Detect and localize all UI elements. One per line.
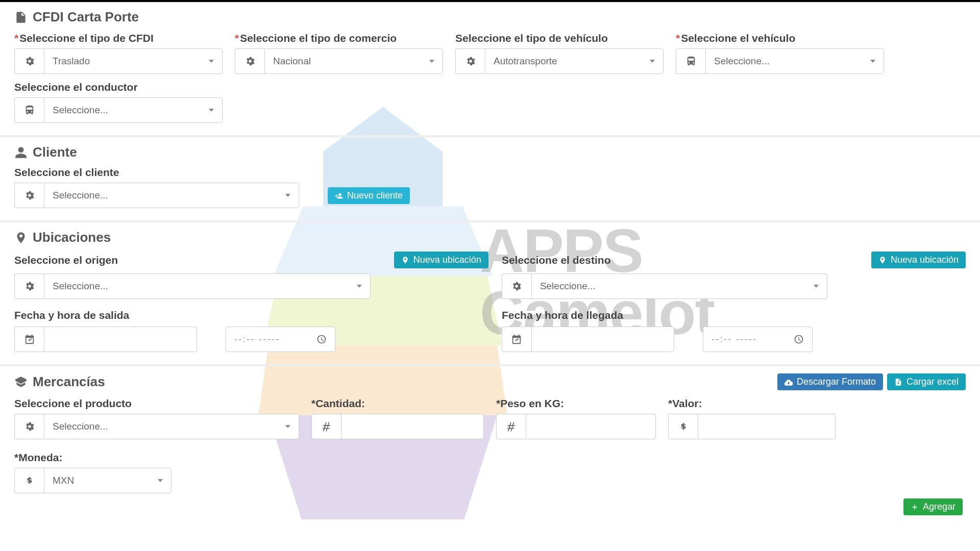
label-cantidad: *Cantidad: bbox=[311, 397, 365, 409]
label-tipo-comercio: Seleccione el tipo de comercio bbox=[240, 32, 397, 44]
chevron-down-icon bbox=[650, 60, 655, 63]
nuevo-cliente-button[interactable]: Nuevo cliente bbox=[328, 187, 410, 204]
chevron-down-icon bbox=[158, 479, 163, 482]
calendar-icon[interactable] bbox=[502, 327, 531, 352]
input-cantidad[interactable] bbox=[341, 414, 484, 439]
chevron-down-icon bbox=[209, 60, 214, 63]
select-vehiculo[interactable]: Seleccione... bbox=[705, 48, 884, 74]
gear-icon[interactable] bbox=[14, 273, 44, 299]
gear-icon[interactable] bbox=[502, 273, 531, 299]
label-peso: *Peso en KG: bbox=[496, 397, 564, 409]
gear-icon[interactable] bbox=[455, 48, 485, 74]
cliente-title: Cliente bbox=[33, 144, 77, 160]
cloud-download-icon bbox=[785, 378, 793, 386]
page-title: CFDI Carta Porte bbox=[33, 9, 139, 25]
select-tipo-comercio[interactable]: Nacional bbox=[264, 48, 443, 74]
dollar-icon bbox=[14, 468, 44, 493]
cargar-excel-button[interactable]: Cargar excel bbox=[887, 373, 966, 390]
label-origen: Seleccione el origen bbox=[14, 254, 118, 266]
select-destino[interactable]: Seleccione... bbox=[531, 273, 827, 299]
select-producto[interactable]: Seleccione... bbox=[44, 414, 299, 439]
bus-icon[interactable] bbox=[14, 97, 44, 123]
gear-icon[interactable] bbox=[14, 48, 44, 74]
plus-icon bbox=[911, 503, 919, 511]
gear-icon[interactable] bbox=[14, 183, 44, 208]
pin-icon bbox=[878, 256, 887, 264]
select-moneda[interactable]: MXN bbox=[44, 468, 172, 493]
select-tipo-cfdi[interactable]: Traslado bbox=[44, 48, 223, 74]
section-cliente: Cliente Seleccione el cliente Seleccione… bbox=[0, 137, 980, 222]
user-plus-icon bbox=[335, 192, 343, 200]
chevron-down-icon bbox=[357, 285, 362, 288]
clock-icon bbox=[316, 334, 327, 344]
input-fecha-llegada[interactable] bbox=[531, 327, 674, 352]
section-mercancias: Mercancías Descargar Formato Cargar exce… bbox=[0, 366, 980, 519]
section-cfdi: CFDI Carta Porte *Seleccione el tipo de … bbox=[0, 2, 980, 137]
label-cliente: Seleccione el cliente bbox=[14, 166, 119, 178]
pin-icon bbox=[401, 256, 409, 264]
hash-icon bbox=[311, 414, 341, 439]
label-salida: Fecha y hora de salida bbox=[14, 309, 129, 321]
hash-icon bbox=[496, 414, 526, 439]
chevron-down-icon bbox=[814, 285, 819, 288]
label-producto: Seleccione el producto bbox=[14, 397, 132, 409]
descargar-formato-button[interactable]: Descargar Formato bbox=[777, 373, 883, 390]
select-conductor[interactable]: Seleccione... bbox=[44, 97, 223, 123]
gear-icon[interactable] bbox=[235, 48, 264, 74]
user-icon bbox=[14, 146, 28, 159]
chevron-down-icon bbox=[285, 194, 290, 197]
label-destino: Seleccione el destino bbox=[502, 254, 611, 266]
label-moneda: *Moneda: bbox=[14, 452, 63, 463]
section-ubicaciones: Ubicaciones Seleccione el origen Nueva u… bbox=[0, 222, 980, 366]
file-excel-icon bbox=[894, 378, 902, 386]
label-tipo-cfdi: Seleccione el tipo de CFDI bbox=[19, 32, 154, 44]
label-vehiculo: Seleccione el vehículo bbox=[681, 32, 795, 44]
dollar-icon bbox=[668, 414, 698, 439]
agregar-button[interactable]: Agregar bbox=[903, 498, 963, 515]
input-fecha-salida[interactable] bbox=[44, 327, 197, 352]
select-cliente[interactable]: Seleccione... bbox=[44, 183, 299, 208]
clock-icon bbox=[794, 334, 804, 344]
input-peso[interactable] bbox=[526, 414, 656, 439]
label-conductor: Seleccione el conductor bbox=[14, 81, 138, 93]
chevron-down-icon bbox=[870, 60, 875, 63]
input-valor[interactable] bbox=[698, 414, 836, 439]
chevron-down-icon bbox=[429, 60, 434, 63]
bus-icon[interactable] bbox=[676, 48, 705, 74]
label-valor: *Valor: bbox=[668, 397, 702, 409]
input-hora-salida[interactable]: --:-- ----- bbox=[226, 327, 335, 352]
chevron-down-icon bbox=[285, 425, 290, 428]
nueva-ubicacion-destino-button[interactable]: Nueva ubicación bbox=[871, 252, 966, 268]
page-code-icon bbox=[14, 11, 28, 24]
ubicaciones-title: Ubicaciones bbox=[33, 230, 111, 245]
select-origen[interactable]: Seleccione... bbox=[44, 273, 371, 299]
gear-icon[interactable] bbox=[14, 414, 44, 439]
mercancias-title: Mercancías bbox=[33, 374, 105, 390]
chevron-down-icon bbox=[209, 109, 214, 112]
label-tipo-vehiculo: Seleccione el tipo de vehículo bbox=[455, 32, 608, 44]
calendar-icon[interactable] bbox=[14, 327, 44, 352]
select-tipo-vehiculo[interactable]: Autotransporte bbox=[485, 48, 664, 74]
boxes-icon bbox=[14, 375, 28, 389]
nueva-ubicacion-origen-button[interactable]: Nueva ubicación bbox=[394, 252, 488, 268]
location-icon bbox=[14, 231, 28, 244]
input-hora-llegada[interactable]: --:-- ----- bbox=[703, 327, 813, 352]
label-llegada: Fecha y hora de llegada bbox=[502, 309, 623, 321]
